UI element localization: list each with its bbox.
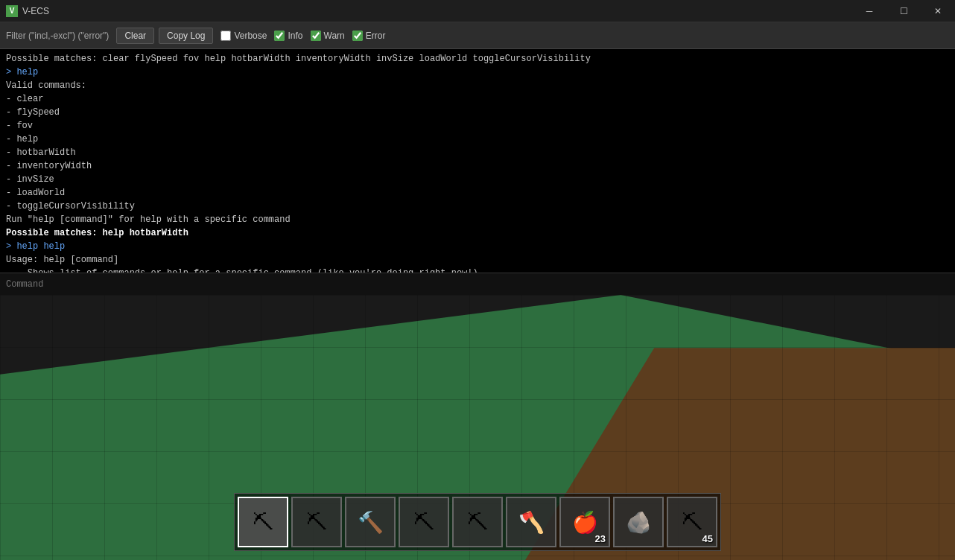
log-line-1: Possible matches: clear flySpeed fov hel… <box>6 52 949 66</box>
log-line-13: Run "help [command]" for help with a spe… <box>6 213 949 226</box>
log-line-12: - toggleCursorVisibility <box>6 200 949 213</box>
hotbar-slot-6[interactable]: 🍎 23 <box>559 497 610 547</box>
console-panel: Filter ("incl,-excl") ("error") Clear Co… <box>0 22 955 295</box>
verbose-checkbox-item[interactable]: Verbose <box>220 31 267 41</box>
slot-icon-8: ⛏ <box>682 510 702 535</box>
log-area[interactable]: Possible matches: clear flySpeed fov hel… <box>0 49 955 273</box>
slot-icon-1: ⛏ <box>306 510 327 535</box>
log-line-9: - inventoryWidth <box>6 159 949 173</box>
game-world: ⛏ ⛏ 🔨 ⛏ ⛏ 🪓 🍎 23 🪨 ⛏ 45 <box>0 295 955 560</box>
slot-icon-5: 🪓 <box>518 510 545 535</box>
info-label: Info <box>288 31 302 41</box>
slot-icon-2: 🔨 <box>358 510 384 535</box>
slot-count-6: 23 <box>595 533 606 544</box>
slot-icon-7: 🪨 <box>626 510 652 535</box>
log-line-16: Usage: help [command] <box>6 253 949 267</box>
log-line-7: - help <box>6 133 949 146</box>
command-input[interactable] <box>0 273 955 295</box>
warn-label: Warn <box>324 31 345 41</box>
log-line-17: Shows list of commands or help for a spe… <box>6 267 949 273</box>
log-line-10: - invSize <box>6 173 949 186</box>
clear-button[interactable]: Clear <box>116 28 154 44</box>
hotbar: ⛏ ⛏ 🔨 ⛏ ⛏ 🪓 🍎 23 🪨 ⛏ 45 <box>234 493 721 551</box>
log-line-8: - hotbarWidth <box>6 146 949 159</box>
hotbar-slot-7[interactable]: 🪨 <box>613 497 664 547</box>
slot-icon-4: ⛏ <box>467 510 488 535</box>
close-button[interactable]: ✕ <box>921 0 955 22</box>
hotbar-slot-5[interactable]: 🪓 <box>506 497 556 547</box>
slot-count-8: 45 <box>702 533 713 544</box>
app-icon: V <box>6 5 18 17</box>
restore-button[interactable]: ☐ <box>886 0 921 22</box>
error-checkbox[interactable] <box>352 31 363 41</box>
log-line-5: - flySpeed <box>6 106 949 119</box>
verbose-checkbox[interactable] <box>220 31 231 41</box>
hotbar-slot-8[interactable]: ⛏ 45 <box>667 497 717 547</box>
info-checkbox[interactable] <box>274 31 285 41</box>
slot-icon-3: ⛏ <box>413 510 434 535</box>
error-checkbox-item[interactable]: Error <box>352 31 386 41</box>
error-label: Error <box>366 31 386 41</box>
log-line-15: > help help <box>6 240 949 253</box>
window-controls: ─ ☐ ✕ <box>852 0 955 22</box>
hotbar-slot-2[interactable]: 🔨 <box>345 497 396 547</box>
hotbar-slot-3[interactable]: ⛏ <box>399 497 449 547</box>
hotbar-slot-1[interactable]: ⛏ <box>291 497 342 547</box>
verbose-label: Verbose <box>234 31 267 41</box>
hotbar-slot-0[interactable]: ⛏ <box>238 497 288 547</box>
warn-checkbox[interactable] <box>311 31 321 41</box>
filter-label: Filter ("incl,-excl") ("error") <box>6 31 109 41</box>
title-bar: V V-ECS ─ ☐ ✕ <box>0 0 955 22</box>
log-line-4: - clear <box>6 92 949 106</box>
log-line-2: > help <box>6 66 949 79</box>
log-line-11: - loadWorld <box>6 186 949 200</box>
slot-icon-6: 🍎 <box>572 510 598 535</box>
info-checkbox-item[interactable]: Info <box>274 31 302 41</box>
hotbar-slot-4[interactable]: ⛏ <box>452 497 503 547</box>
title-text: V-ECS <box>22 6 49 16</box>
copy-log-button[interactable]: Copy Log <box>159 28 213 44</box>
minimize-button[interactable]: ─ <box>852 0 886 22</box>
slot-icon-0: ⛏ <box>253 510 273 535</box>
log-line-14: Possible matches: help hotbarWidth <box>6 226 949 240</box>
toolbar: Filter ("incl,-excl") ("error") Clear Co… <box>0 22 955 49</box>
warn-checkbox-item[interactable]: Warn <box>311 31 345 41</box>
command-bar <box>0 273 955 295</box>
log-line-6: - fov <box>6 119 949 133</box>
log-line-3: Valid commands: <box>6 79 949 92</box>
